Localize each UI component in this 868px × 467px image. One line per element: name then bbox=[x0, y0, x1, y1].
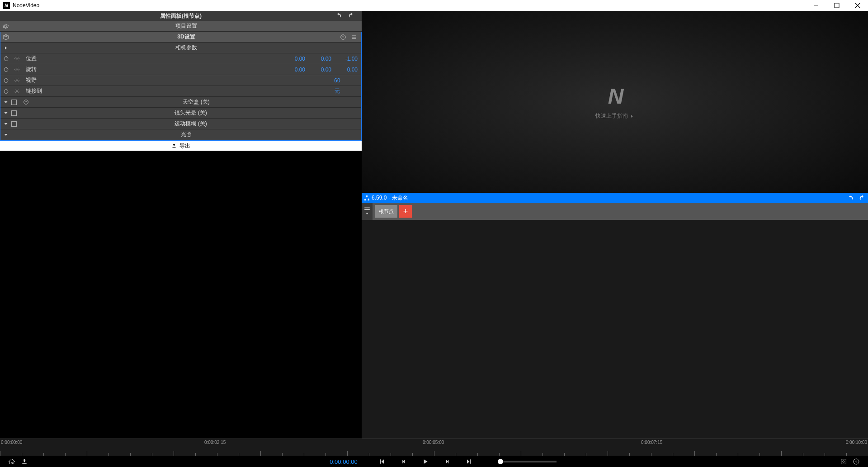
node-area[interactable] bbox=[362, 220, 868, 438]
share-button[interactable] bbox=[18, 456, 31, 467]
redo-button[interactable] bbox=[348, 12, 354, 20]
position-x[interactable]: 0.00 bbox=[283, 56, 305, 62]
row-camera-params[interactable]: 相机参数 bbox=[0, 43, 361, 53]
stopwatch-icon[interactable] bbox=[0, 88, 11, 94]
node-row: 根节点 + bbox=[362, 203, 868, 220]
undo-button[interactable] bbox=[335, 12, 342, 20]
current-time[interactable]: 0:00:00:00 bbox=[330, 458, 357, 465]
play-button[interactable] bbox=[419, 456, 432, 467]
gear-icon[interactable] bbox=[11, 77, 22, 83]
menu-icon[interactable] bbox=[349, 34, 359, 40]
gear-icon[interactable] bbox=[11, 88, 22, 94]
svg-rect-29 bbox=[368, 199, 369, 200]
position-z[interactable]: -1.00 bbox=[335, 56, 358, 62]
svg-rect-28 bbox=[364, 199, 366, 200]
nodevideo-logo: N bbox=[608, 84, 622, 109]
stopwatch-icon[interactable] bbox=[0, 56, 11, 62]
quick-start-guide[interactable]: 快速上手指南 bbox=[595, 112, 634, 120]
motion-blur-checkbox[interactable] bbox=[11, 121, 17, 127]
svg-point-20 bbox=[16, 80, 17, 81]
link-to-label: 链接到 bbox=[26, 87, 42, 95]
rotation-z[interactable]: 0.00 bbox=[335, 67, 358, 73]
export-label: 导出 bbox=[179, 142, 190, 150]
zoom-slider[interactable] bbox=[498, 461, 557, 462]
svg-rect-22 bbox=[5, 89, 6, 89]
export-button[interactable]: 导出 bbox=[0, 141, 362, 151]
motion-blur-label: 运动模糊 (关) bbox=[20, 120, 361, 128]
gear-icon[interactable] bbox=[11, 67, 22, 72]
svg-point-16 bbox=[16, 69, 17, 70]
fov-value[interactable]: 60 bbox=[317, 77, 358, 84]
lens-flare-label: 镜头光晕 (关) bbox=[20, 109, 361, 117]
row-rotation: 旋转 0.00 0.00 0.00 bbox=[0, 64, 361, 75]
root-node-chip[interactable]: 根节点 bbox=[375, 205, 397, 218]
svg-text:?: ? bbox=[342, 35, 344, 38]
close-button[interactable] bbox=[847, 0, 868, 11]
help-icon[interactable]: ? bbox=[338, 34, 349, 40]
titlebar: N NodeVideo bbox=[0, 0, 868, 11]
panel-title: 属性面板(根节点) bbox=[160, 12, 202, 20]
position-y[interactable]: 0.00 bbox=[309, 56, 331, 62]
row-lens-flare[interactable]: 镜头光晕 (关) bbox=[0, 108, 361, 119]
maximize-button[interactable] bbox=[826, 0, 847, 11]
preview-panel: N 快速上手指南 bbox=[362, 11, 868, 193]
chevron-down-icon[interactable] bbox=[0, 132, 11, 138]
svg-rect-0 bbox=[814, 5, 818, 5]
svg-rect-7 bbox=[352, 37, 356, 37]
svg-point-24 bbox=[16, 91, 17, 92]
help-icon[interactable]: ? bbox=[20, 99, 31, 105]
chevron-right-icon[interactable] bbox=[0, 45, 11, 51]
chevron-down-icon[interactable] bbox=[0, 100, 11, 105]
svg-rect-8 bbox=[352, 38, 356, 38]
svg-text:?: ? bbox=[25, 100, 27, 104]
undo-button[interactable] bbox=[844, 195, 856, 201]
link-to-value[interactable]: 无 bbox=[317, 87, 358, 95]
svg-rect-32 bbox=[841, 459, 846, 464]
svg-rect-31 bbox=[364, 209, 370, 210]
rotation-x[interactable]: 0.00 bbox=[283, 67, 305, 73]
panel-header: 属性面板(根节点) bbox=[0, 11, 362, 21]
node-toggle[interactable] bbox=[362, 203, 373, 220]
row-lighting[interactable]: 光照 bbox=[0, 129, 361, 140]
prev-frame-button[interactable] bbox=[376, 456, 388, 467]
stopwatch-icon[interactable] bbox=[0, 67, 11, 72]
help-button[interactable]: ? bbox=[850, 456, 863, 467]
skip-forward-button[interactable] bbox=[441, 456, 453, 467]
timeline-ruler[interactable]: 0:00:00:00 0:00:02:15 0:00:05:00 0:00:07… bbox=[0, 438, 868, 456]
skybox-label: 天空盒 (关) bbox=[31, 98, 361, 106]
app-title: NodeVideo bbox=[13, 2, 39, 9]
home-button[interactable] bbox=[5, 456, 18, 467]
hierarchy-icon[interactable] bbox=[362, 195, 372, 201]
chevron-down-icon[interactable] bbox=[0, 121, 11, 127]
app-logo: N bbox=[3, 2, 10, 9]
row-project-settings[interactable]: 项目设置 bbox=[0, 21, 362, 32]
row-3d-settings[interactable]: 3D设置 ? bbox=[0, 32, 361, 43]
slider-thumb[interactable] bbox=[498, 459, 503, 464]
lens-flare-checkbox[interactable] bbox=[11, 110, 17, 116]
row-skybox[interactable]: ? 天空盒 (关) bbox=[0, 97, 361, 108]
svg-rect-6 bbox=[352, 35, 356, 36]
position-label: 位置 bbox=[26, 55, 37, 62]
fov-label: 视野 bbox=[26, 76, 37, 84]
svg-point-9 bbox=[4, 57, 8, 61]
row-motion-blur[interactable]: 运动模糊 (关) bbox=[0, 119, 361, 129]
rotation-y[interactable]: 0.00 bbox=[309, 67, 331, 73]
stopwatch-icon[interactable] bbox=[0, 77, 11, 83]
add-node-button[interactable]: + bbox=[399, 205, 412, 218]
skybox-checkbox[interactable] bbox=[11, 100, 17, 105]
minimize-button[interactable] bbox=[806, 0, 826, 11]
tick-0: 0:00:00:00 bbox=[1, 440, 22, 445]
svg-text:?: ? bbox=[855, 460, 858, 464]
tick-1: 0:00:02:15 bbox=[204, 440, 226, 445]
chevron-down-icon[interactable] bbox=[0, 110, 11, 116]
redo-button[interactable] bbox=[856, 195, 868, 201]
next-frame-button[interactable] bbox=[462, 456, 475, 467]
svg-rect-10 bbox=[5, 56, 6, 57]
tick-2: 0:00:05:00 bbox=[423, 440, 444, 445]
node-name: 未命名 bbox=[392, 194, 408, 202]
tick-4: 0:00:10:00 bbox=[846, 440, 867, 445]
skip-back-button[interactable] bbox=[397, 456, 410, 467]
gear-icon[interactable] bbox=[11, 56, 22, 62]
lighting-label: 光照 bbox=[11, 131, 361, 138]
keyframe-icon[interactable] bbox=[837, 456, 850, 467]
